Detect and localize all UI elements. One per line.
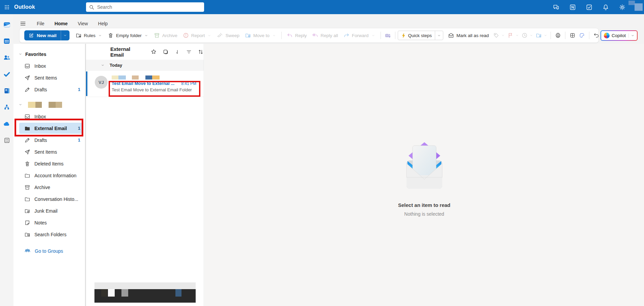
go-to-groups-link[interactable]: Go to Groups bbox=[13, 245, 85, 257]
folder-archive[interactable]: Archive bbox=[13, 181, 85, 193]
app-launcher-icon[interactable] bbox=[0, 0, 13, 14]
sticker-icon[interactable] bbox=[577, 31, 587, 40]
redacted-sender-name bbox=[112, 75, 200, 80]
rail-calendar-icon[interactable] bbox=[2, 37, 11, 45]
folder-search-folders[interactable]: Search Folders bbox=[13, 228, 85, 240]
app-title: Outlook bbox=[14, 4, 35, 10]
account-header[interactable] bbox=[13, 99, 85, 111]
lightning-bolt-icon bbox=[401, 33, 406, 38]
mark-all-as-read-button[interactable]: Mark all as read bbox=[445, 30, 492, 40]
archive-icon bbox=[154, 32, 160, 38]
empty-state: Select an item to read Nothing is select… bbox=[204, 141, 644, 217]
move-to-button: Move to bbox=[242, 30, 279, 40]
rail-todo-icon[interactable] bbox=[2, 70, 11, 78]
folder-inbox[interactable]: Inbox bbox=[13, 111, 85, 122]
redacted-account-name bbox=[28, 102, 62, 108]
folder-junk-email[interactable]: Junk Email bbox=[13, 205, 85, 217]
empty-state-subtitle: Nothing is selected bbox=[204, 211, 644, 217]
quick-steps-split-button: Quick steps bbox=[398, 31, 444, 40]
empty-folder-button[interactable]: Empty folder bbox=[105, 30, 151, 40]
forward-button: Forward bbox=[341, 30, 378, 40]
tab-home[interactable]: Home bbox=[54, 20, 68, 28]
new-mail-dropdown[interactable] bbox=[61, 30, 69, 40]
toolbar-divider bbox=[281, 32, 282, 39]
inbox-icon bbox=[24, 63, 30, 69]
ribbon-area: File Home View Help New mail Rules Empty… bbox=[13, 14, 644, 44]
report-shield-icon bbox=[183, 32, 189, 38]
note-icon bbox=[24, 220, 30, 226]
archive-button: Archive bbox=[151, 30, 180, 40]
rules-button[interactable]: Rules bbox=[73, 30, 105, 40]
folder-title: External Email bbox=[110, 46, 144, 58]
tab-file[interactable]: File bbox=[36, 20, 45, 28]
select-messages-icon[interactable] bbox=[163, 49, 169, 55]
quick-steps-button[interactable]: Quick steps bbox=[398, 31, 435, 40]
chevron-down-icon bbox=[144, 33, 148, 38]
message-list-pane: External Email Today VJ Test Email Move … bbox=[86, 44, 204, 306]
archive-icon bbox=[24, 184, 30, 190]
account-avatar[interactable] bbox=[628, 0, 644, 14]
tab-view[interactable]: View bbox=[77, 20, 88, 28]
rail-mail-icon[interactable] bbox=[2, 21, 11, 28]
folder-deleted-items[interactable]: Deleted Items bbox=[13, 158, 85, 170]
rail-org-chart-icon[interactable] bbox=[2, 103, 11, 111]
search-input[interactable] bbox=[97, 4, 201, 10]
newest-first-icon[interactable] bbox=[174, 49, 180, 55]
favorite-inbox[interactable]: Inbox bbox=[13, 60, 85, 72]
folder-external-email[interactable]: External Email 1 bbox=[13, 122, 85, 134]
reply-all-arrow-icon bbox=[312, 32, 318, 38]
my-day-todo-icon[interactable] bbox=[586, 4, 593, 11]
copilot-button[interactable]: Copilot bbox=[600, 30, 638, 41]
favorite-drafts[interactable]: Drafts 1 bbox=[13, 84, 85, 95]
feedback-chat-icon[interactable] bbox=[553, 4, 560, 11]
rail-cloud-icon[interactable] bbox=[2, 120, 11, 127]
pencil-icon bbox=[24, 87, 30, 93]
settings-gear-icon[interactable] bbox=[619, 4, 626, 11]
new-mail-button[interactable]: New mail bbox=[24, 30, 61, 40]
report-button: Report bbox=[180, 30, 215, 40]
immersive-reader-icon[interactable] bbox=[568, 31, 577, 40]
rules-icon bbox=[76, 32, 82, 38]
compose-icon bbox=[28, 33, 34, 38]
toolbar-divider bbox=[565, 32, 565, 39]
tab-help[interactable]: Help bbox=[97, 20, 109, 28]
search-bar[interactable] bbox=[86, 2, 204, 12]
favorite-star-icon[interactable] bbox=[150, 49, 157, 55]
folder-sent-items[interactable]: Sent Items bbox=[13, 146, 85, 158]
print-icon[interactable] bbox=[553, 31, 563, 40]
email-preview: Test Email Move to External Email Folder bbox=[112, 87, 200, 92]
date-group-header[interactable]: Today bbox=[86, 60, 204, 71]
undo-icon[interactable] bbox=[592, 31, 601, 40]
email-list-item[interactable]: VJ Test Email Move to External ... 8:41 … bbox=[86, 71, 204, 97]
folder-notes[interactable]: Notes bbox=[13, 217, 85, 228]
rail-more-apps-icon[interactable] bbox=[2, 136, 11, 144]
rail-people-icon[interactable] bbox=[2, 54, 11, 61]
mail-read-icon bbox=[448, 32, 454, 38]
trash-icon bbox=[108, 32, 114, 38]
folder-account-information[interactable]: Account Information bbox=[13, 170, 85, 181]
sweep-button: Sweep bbox=[214, 30, 242, 40]
favorite-sent-items[interactable]: Sent Items bbox=[13, 72, 85, 84]
folder-conversation-history[interactable]: Conversation Histo... bbox=[13, 193, 85, 205]
folder-drafts[interactable]: Drafts 1 bbox=[13, 134, 85, 146]
quick-steps-dropdown[interactable] bbox=[435, 31, 443, 40]
categorize-tag-icon bbox=[492, 31, 501, 40]
onenote-feed-icon[interactable] bbox=[569, 4, 576, 11]
chevron-down-icon bbox=[501, 33, 505, 37]
sort-icon[interactable] bbox=[198, 49, 204, 55]
flag-icon bbox=[506, 31, 515, 40]
folder-search-icon bbox=[24, 232, 30, 238]
favorites-header[interactable]: Favorites bbox=[13, 48, 85, 60]
pencil-icon bbox=[24, 137, 30, 143]
notifications-bell-icon[interactable] bbox=[602, 4, 609, 11]
chevron-down-icon bbox=[101, 63, 105, 67]
chevron-down-icon bbox=[529, 33, 533, 37]
hamburger-menu-icon[interactable] bbox=[19, 19, 27, 28]
filter-icon[interactable] bbox=[186, 49, 192, 55]
chevron-down-icon bbox=[371, 33, 375, 38]
forward-arrow-icon bbox=[343, 32, 349, 38]
open-envelope-illustration bbox=[399, 141, 450, 191]
rail-journal-icon[interactable] bbox=[2, 87, 11, 94]
copilot-dropdown[interactable] bbox=[628, 33, 635, 38]
search-icon bbox=[89, 4, 94, 10]
